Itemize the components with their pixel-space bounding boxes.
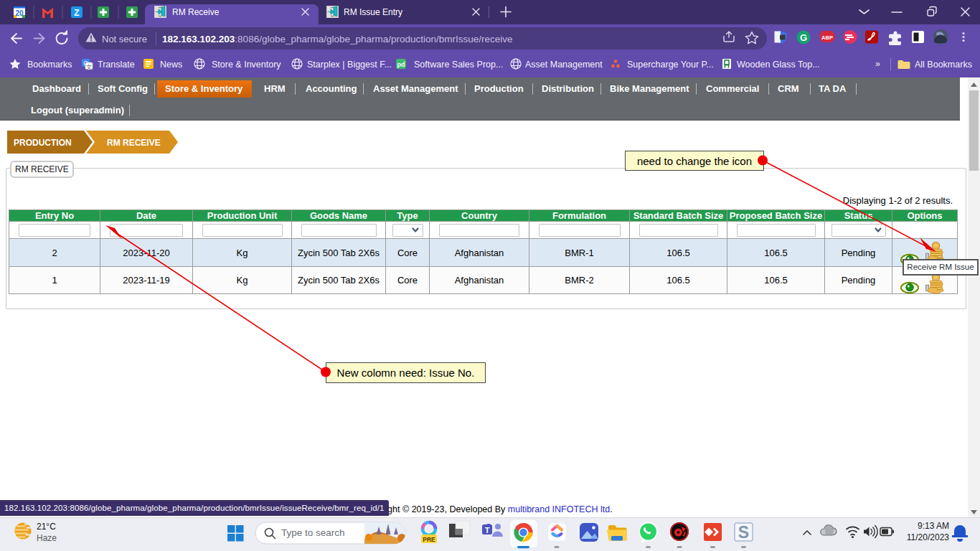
svg-text:RM RECEIVE: RM RECEIVE xyxy=(107,138,161,148)
svg-text:S: S xyxy=(738,523,749,542)
svg-text:pd: pd xyxy=(397,61,405,68)
svg-text:G: G xyxy=(800,32,807,43)
svg-text:T: T xyxy=(485,526,490,534)
svg-text:Type to search: Type to search xyxy=(281,527,345,538)
svg-text:PRE: PRE xyxy=(423,536,435,543)
svg-text:PRODUCTION: PRODUCTION xyxy=(14,138,72,148)
svg-text:文: 文 xyxy=(86,63,93,70)
svg-text:ABP: ABP xyxy=(821,34,833,41)
